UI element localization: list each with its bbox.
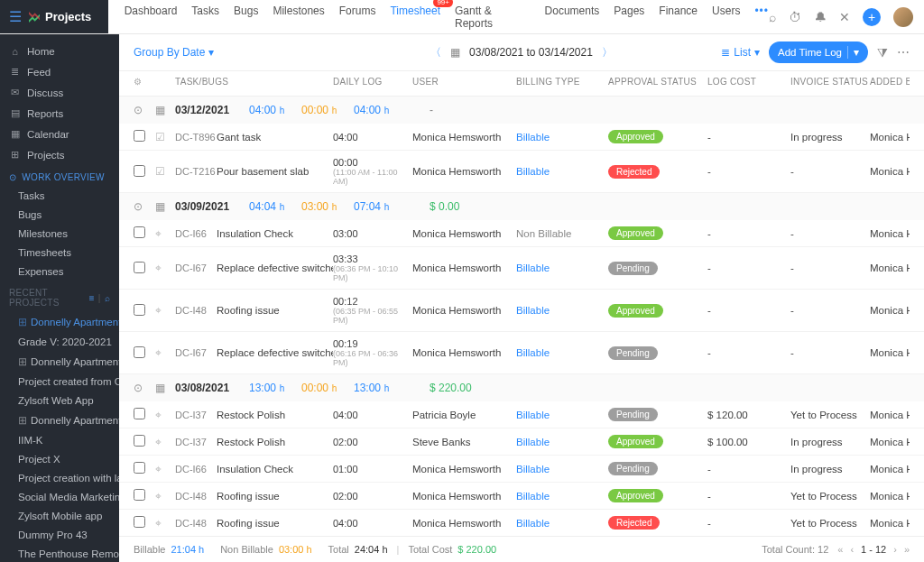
billing-type[interactable]: Billable (516, 347, 608, 358)
timesheet-row[interactable]: ⌖DC-I48Roofing issue04:00Monica Hemswort… (119, 510, 924, 536)
tab-pages[interactable]: Pages (614, 5, 644, 30)
tab-users[interactable]: Users (712, 5, 740, 30)
row-checkbox[interactable] (134, 516, 155, 530)
prev-range-button[interactable]: 〈 (430, 45, 441, 60)
sidebar-item-home[interactable]: ⌂Home (0, 41, 119, 61)
add-time-log-button[interactable]: Add Time Log▾ (769, 41, 868, 63)
timer-icon[interactable]: ⏱ (789, 10, 801, 24)
tab-gantt-reports[interactable]: Gantt & Reports (455, 5, 531, 30)
item-name[interactable]: Insulation Check (217, 464, 333, 474)
sidebar-item-discuss[interactable]: ✉Discuss (0, 82, 119, 103)
bell-icon[interactable]: 🔔︎ (814, 10, 827, 24)
collapse-icon[interactable]: ⊙ (134, 200, 155, 213)
tab-finance[interactable]: Finance (659, 5, 698, 30)
row-checkbox[interactable] (134, 262, 155, 275)
item-name[interactable]: Insulation Check (217, 228, 333, 239)
timesheet-row[interactable]: ☑DC-T216Pour basement slab00:00(11:00 AM… (119, 151, 924, 193)
sidebar-work-bugs[interactable]: Bugs (0, 205, 119, 224)
filter-icon[interactable]: ⧩ (877, 45, 888, 60)
timesheet-row[interactable]: ⌖DC-I66Insulation Check01:00Monica Hemsw… (119, 456, 924, 483)
billing-type[interactable]: Billable (516, 518, 608, 529)
timesheet-row[interactable]: ⌖DC-I37Restock Polish02:00Steve BanksBil… (119, 428, 924, 456)
item-name[interactable]: Restock Polish (217, 437, 333, 447)
search-icon[interactable]: ⌕ (769, 10, 776, 24)
timesheet-row[interactable]: ⌖DC-I67Replace defective switches03:33(0… (119, 247, 924, 290)
settings-col-icon[interactable]: ⚙ (134, 77, 155, 87)
item-name[interactable]: Replace defective switches (217, 347, 333, 358)
item-name[interactable]: Roofing issue (217, 518, 333, 529)
collapse-icon[interactable]: ⊙ (134, 104, 155, 116)
project-item[interactable]: IIM-K (0, 430, 119, 449)
tab-timesheet[interactable]: Timesheet99+ (390, 5, 440, 30)
project-item[interactable]: Social Media Marketing (0, 487, 119, 506)
pager-prev-icon[interactable]: ‹ (850, 544, 854, 555)
tabs-more-icon[interactable]: ••• (754, 5, 769, 30)
billing-type[interactable]: Billable (516, 437, 608, 447)
avatar[interactable] (893, 7, 913, 27)
sidebar-item-projects[interactable]: ⊞Projects (0, 144, 119, 165)
tab-documents[interactable]: Documents (545, 5, 600, 30)
row-checkbox[interactable] (134, 489, 155, 502)
billing-type[interactable]: Billable (516, 305, 608, 316)
sidebar-item-calendar[interactable]: ▦Calendar (0, 124, 119, 144)
more-icon[interactable]: ⋯ (897, 45, 910, 60)
row-checkbox[interactable] (134, 435, 155, 448)
sidebar-item-feed[interactable]: ≣Feed (0, 61, 119, 82)
billing-type[interactable]: Billable (516, 166, 608, 177)
item-name[interactable]: Replace defective switches (217, 263, 333, 273)
tab-tasks[interactable]: Tasks (191, 5, 219, 30)
sidebar-work-expenses[interactable]: Expenses (0, 262, 119, 281)
project-item[interactable]: ⊞Donnelly Apartments C (0, 410, 119, 430)
project-item[interactable]: Dummy Pro 43 (0, 525, 119, 544)
project-item[interactable]: Project X (0, 449, 119, 468)
item-name[interactable]: Gant task (217, 132, 333, 143)
tab-dashboard[interactable]: Dashboard (125, 5, 178, 30)
timesheet-row[interactable]: ⌖DC-I48Roofing issue00:12(06:35 PM - 06:… (119, 290, 924, 332)
group-by-dropdown[interactable]: Group By Date ▾ (134, 46, 214, 59)
timesheet-row[interactable]: ⌖DC-I48Roofing issue02:00Monica Hemswort… (119, 483, 924, 510)
calendar-icon[interactable]: ▦ (450, 46, 460, 59)
project-item[interactable]: Project creation with la (0, 468, 119, 487)
row-checkbox[interactable] (134, 165, 155, 179)
project-item[interactable]: The Penthouse Remode (0, 544, 119, 562)
tab-bugs[interactable]: Bugs (234, 5, 258, 30)
item-name[interactable]: Roofing issue (217, 305, 333, 316)
project-item[interactable]: ⊞Donnelly Apartments C (0, 311, 119, 332)
timesheet-row[interactable]: ☑DC-T896Gant task04:00Monica HemsworthBi… (119, 124, 924, 151)
group-row[interactable]: ⊙▦03/12/202104:00 h00:00 h04:00 h- (119, 97, 924, 124)
project-item[interactable]: Zylsoft Mobile app (0, 506, 119, 525)
sort-icon[interactable]: ≡ (89, 293, 95, 303)
billing-type[interactable]: Billable (516, 491, 608, 502)
row-checkbox[interactable] (134, 346, 155, 360)
timesheet-row[interactable]: ⌖DC-I37Restock Polish04:00Patricia Boyle… (119, 401, 924, 428)
pager-next-icon[interactable]: › (893, 544, 897, 555)
pager-last-icon[interactable]: » (904, 544, 910, 555)
billing-type[interactable]: Billable (516, 410, 608, 420)
work-overview-header[interactable]: ⊙WORK OVERVIEW (0, 165, 119, 186)
item-name[interactable]: Roofing issue (217, 491, 333, 502)
billing-type[interactable]: Billable (516, 464, 608, 474)
tools-icon[interactable]: ✕ (839, 10, 850, 24)
row-checkbox[interactable] (134, 462, 155, 475)
timesheet-row[interactable]: ⌖DC-I66Insulation Check03:00Monica Hemsw… (119, 220, 924, 247)
billing-type[interactable]: Billable (516, 263, 608, 273)
add-plus-button[interactable]: + (863, 8, 881, 26)
project-item[interactable]: ⊞Donnelly Apartments C (0, 351, 119, 372)
project-item[interactable]: Grade V: 2020-2021 (0, 332, 119, 351)
group-row[interactable]: ⊙▦03/09/202104:04 h03:00 h07:04 h$ 0.00 (119, 193, 924, 220)
search-projects-icon[interactable]: ⌕ (105, 293, 110, 303)
item-name[interactable]: Restock Polish (217, 410, 333, 420)
billing-type[interactable]: Non Billable (516, 228, 608, 239)
row-checkbox[interactable] (134, 408, 155, 421)
row-checkbox[interactable] (134, 226, 155, 240)
tab-forums[interactable]: Forums (339, 5, 376, 30)
billing-type[interactable]: Billable (516, 132, 608, 143)
next-range-button[interactable]: 〉 (602, 45, 613, 60)
group-row[interactable]: ⊙▦03/08/202113:00 h00:00 h13:00 h$ 220.0… (119, 374, 924, 401)
item-name[interactable]: Pour basement slab (217, 166, 333, 177)
sidebar-work-timesheets[interactable]: Timesheets (0, 243, 119, 262)
sidebar-work-tasks[interactable]: Tasks (0, 186, 119, 205)
collapse-icon[interactable]: ⊙ (134, 382, 155, 394)
hamburger-icon[interactable]: ☰ (9, 8, 22, 25)
row-checkbox[interactable] (134, 304, 155, 318)
